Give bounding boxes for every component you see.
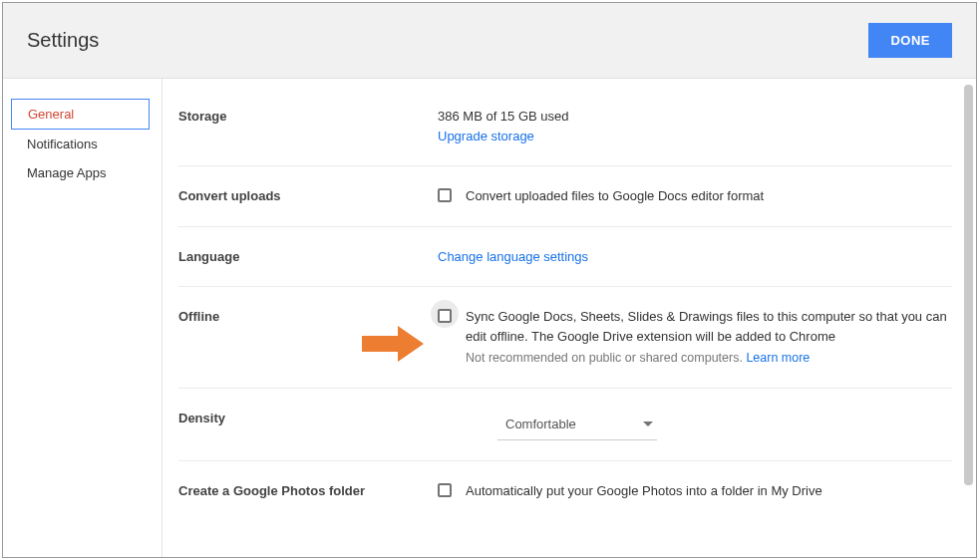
section-label: Convert uploads <box>178 186 438 206</box>
sidebar-item-general[interactable]: General <box>11 99 150 130</box>
section-language: Language Change language settings <box>178 227 952 288</box>
learn-more-link[interactable]: Learn more <box>746 351 810 365</box>
photos-folder-checkbox[interactable] <box>438 483 452 497</box>
section-offline: Offline Sync Google Docs, Sheets, Slides… <box>178 287 952 389</box>
sidebar-item-label: Notifications <box>27 137 98 151</box>
section-body: Change language settings <box>438 247 952 267</box>
section-convert-uploads: Convert uploads Convert uploaded files t… <box>178 166 952 227</box>
sidebar-item-label: Manage Apps <box>27 165 107 180</box>
section-body: Automatically put your Google Photos int… <box>438 481 952 501</box>
sidebar-item-notifications[interactable]: Notifications <box>11 130 150 158</box>
change-language-link[interactable]: Change language settings <box>438 249 588 264</box>
density-select[interactable]: Comfortable <box>497 409 657 441</box>
section-body: Sync Google Docs, Sheets, Slides & Drawi… <box>438 307 952 368</box>
checkbox-label: Automatically put your Google Photos int… <box>466 481 822 501</box>
done-button[interactable]: DONE <box>868 23 952 58</box>
settings-dialog: Settings DONE General Notifications Mana… <box>2 2 977 558</box>
scrollbar-thumb[interactable] <box>964 85 973 485</box>
chevron-down-icon <box>643 421 653 426</box>
section-storage: Storage 386 MB of 15 GB used Upgrade sto… <box>178 79 952 166</box>
offline-sync-checkbox[interactable] <box>438 309 452 323</box>
checkbox-label: Sync Google Docs, Sheets, Slides & Drawi… <box>466 309 947 344</box>
section-label: Offline <box>178 307 438 368</box>
storage-used-text: 386 MB of 15 GB used <box>438 107 952 127</box>
section-body: 386 MB of 15 GB used Upgrade storage <box>438 107 952 145</box>
section-label: Create a Google Photos folder <box>178 481 438 501</box>
sidebar: General Notifications Manage Apps <box>3 79 163 557</box>
section-label: Density <box>178 409 438 441</box>
offline-description: Sync Google Docs, Sheets, Slides & Drawi… <box>466 307 952 368</box>
density-value: Comfortable <box>505 415 576 434</box>
offline-hint: Not recommended on public or shared comp… <box>466 351 746 365</box>
dialog-body: General Notifications Manage Apps Storag… <box>3 79 976 557</box>
sidebar-item-manage-apps[interactable]: Manage Apps <box>11 158 150 187</box>
checkbox-ripple <box>438 307 452 323</box>
settings-content[interactable]: Storage 386 MB of 15 GB used Upgrade sto… <box>163 79 976 557</box>
section-body: Comfortable <box>438 409 952 441</box>
checkbox-label: Convert uploaded files to Google Docs ed… <box>466 186 764 206</box>
dialog-title: Settings <box>27 29 99 52</box>
section-density: Density Comfortable <box>178 389 952 462</box>
upgrade-storage-link[interactable]: Upgrade storage <box>438 129 534 143</box>
section-photos-folder: Create a Google Photos folder Automatica… <box>178 461 952 521</box>
section-body: Convert uploaded files to Google Docs ed… <box>438 186 952 206</box>
section-label: Language <box>178 247 438 267</box>
dialog-header: Settings DONE <box>3 3 976 79</box>
sidebar-item-label: General <box>28 107 74 122</box>
convert-uploads-checkbox[interactable] <box>438 188 452 202</box>
section-label: Storage <box>178 107 438 145</box>
